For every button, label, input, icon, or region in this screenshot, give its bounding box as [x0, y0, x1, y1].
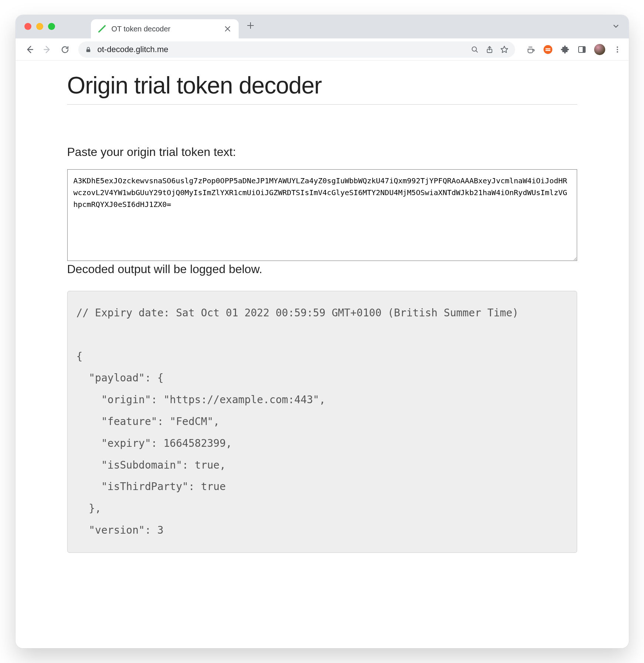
svg-rect-7 [583, 47, 585, 52]
new-tab-button[interactable] [247, 22, 254, 29]
svg-rect-0 [86, 49, 90, 52]
extensions-icon[interactable] [560, 45, 570, 54]
forward-button[interactable] [40, 42, 55, 57]
tabs-dropdown-button[interactable] [612, 22, 620, 30]
browser-tab[interactable]: OT token decoder [91, 19, 239, 38]
toolbar [16, 38, 629, 61]
page-content: Origin trial token decoder Paste your or… [16, 61, 629, 648]
close-tab-button[interactable] [223, 24, 232, 33]
output-log: // Expiry date: Sat Oct 01 2022 00:59:59… [67, 291, 577, 553]
back-button[interactable] [22, 42, 37, 57]
lock-icon [85, 46, 92, 53]
profile-avatar[interactable] [594, 44, 605, 55]
page-title: Origin trial token decoder [67, 72, 577, 99]
coffee-icon[interactable] [526, 45, 536, 54]
share-icon[interactable] [485, 45, 494, 54]
address-bar[interactable] [78, 41, 515, 58]
svg-rect-5 [545, 50, 550, 51]
token-input[interactable] [67, 169, 577, 261]
minimize-window-button[interactable] [36, 23, 43, 30]
output-heading: Decoded output will be logged below. [67, 262, 577, 276]
tab-title: OT token decoder [112, 25, 218, 33]
svg-point-9 [617, 49, 618, 50]
svg-point-10 [617, 51, 618, 52]
search-icon[interactable] [471, 45, 479, 54]
close-window-button[interactable] [24, 23, 31, 30]
tab-favicon [98, 24, 106, 33]
url-input[interactable] [97, 44, 466, 55]
side-panel-icon[interactable] [577, 45, 587, 54]
browser-window: OT token decoder [16, 15, 629, 648]
reload-button[interactable] [58, 42, 72, 57]
bookmark-icon[interactable] [500, 45, 508, 54]
ext-orange-icon[interactable] [543, 45, 553, 54]
maximize-window-button[interactable] [48, 23, 55, 30]
title-divider [67, 104, 577, 105]
paste-heading: Paste your origin trial token text: [67, 145, 577, 159]
svg-point-8 [617, 46, 618, 48]
menu-icon[interactable] [613, 45, 622, 54]
svg-rect-4 [545, 48, 550, 49]
extension-icons [526, 44, 622, 55]
window-controls [24, 23, 55, 30]
titlebar: OT token decoder [16, 15, 629, 38]
svg-point-3 [544, 45, 552, 54]
